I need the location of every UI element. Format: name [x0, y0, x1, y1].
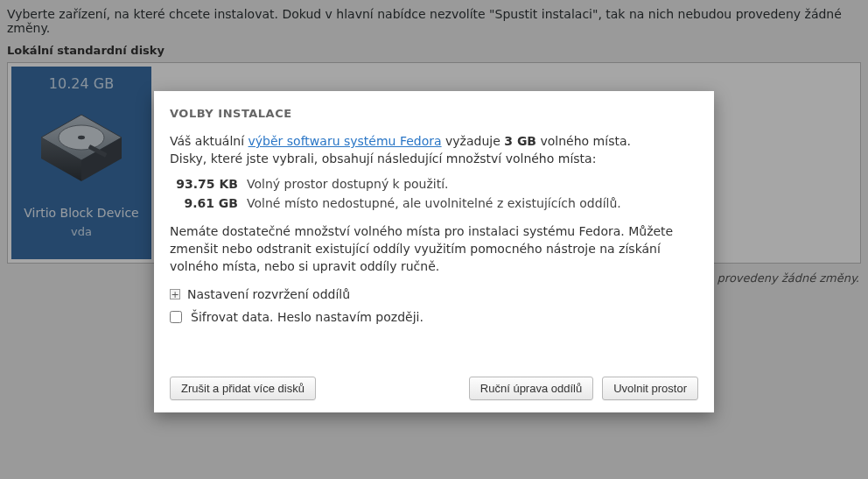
space-row-available: 93.75 KB Volný prostor dostupný k použit… — [175, 177, 698, 191]
cancel-add-disks-button[interactable]: Zrušit a přidat více disků — [170, 377, 316, 400]
req-amount: 3 GB — [504, 134, 536, 148]
right-button-group: Ruční úprava oddílů Uvolnit prostor — [469, 377, 698, 400]
selected-disks-line: Disky, které jste vybrali, obsahují násl… — [170, 150, 698, 167]
space-reclaimable-value: 9.61 GB — [175, 196, 238, 210]
space-row-reclaimable: 9.61 GB Volné místo nedostupné, ale uvol… — [175, 196, 698, 210]
encrypt-checkbox[interactable] — [170, 311, 182, 323]
req-pre: Váš aktuální — [170, 134, 248, 148]
space-reclaimable-label: Volné místo nedostupné, ale uvolnitelné … — [247, 196, 621, 210]
req-post: volného místa. — [536, 134, 631, 148]
modal-overlay: VOLBY INSTALACE Váš aktuální výběr softw… — [0, 0, 868, 479]
reclaim-space-button[interactable]: Uvolnit prostor — [602, 377, 698, 400]
plus-icon: + — [170, 289, 180, 299]
encrypt-label: Šifrovat data. Heslo nastavím později. — [191, 310, 424, 324]
requirement-line: Váš aktuální výběr softwaru systému Fedo… — [170, 132, 698, 150]
install-options-dialog: VOLBY INSTALACE Váš aktuální výběr softw… — [154, 91, 714, 412]
dialog-title: VOLBY INSTALACE — [170, 107, 698, 120]
software-selection-link[interactable]: výběr softwaru systému Fedora — [248, 134, 442, 148]
space-summary: 93.75 KB Volný prostor dostupný k použit… — [175, 177, 698, 210]
partition-scheme-expander[interactable]: + Nastavení rozvržení oddílů — [170, 287, 698, 301]
dialog-body: Váš aktuální výběr softwaru systému Fedo… — [170, 132, 698, 342]
installer-destination-page: Vyberte zařízení, na které chcete instal… — [0, 0, 868, 479]
manual-partition-button[interactable]: Ruční úprava oddílů — [469, 377, 593, 400]
encrypt-row[interactable]: Šifrovat data. Heslo nastavím později. — [170, 310, 698, 324]
space-available-value: 93.75 KB — [175, 177, 238, 191]
dialog-button-row: Zrušit a přidat více disků Ruční úprava … — [170, 342, 698, 400]
insufficient-space-warning: Nemáte dostatečné množství volného místa… — [170, 222, 698, 276]
req-mid: vyžaduje — [442, 134, 505, 148]
space-available-label: Volný prostor dostupný k použití. — [247, 177, 449, 191]
expander-label: Nastavení rozvržení oddílů — [187, 287, 350, 301]
